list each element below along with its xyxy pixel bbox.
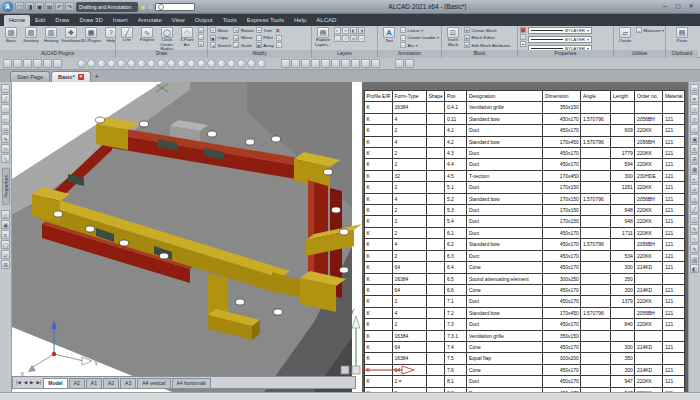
- properties-dropdown[interactable]: BYLAYER▾: [528, 36, 592, 43]
- layer-tool-icon[interactable]: ☀: [342, 27, 349, 34]
- toolbar-icon[interactable]: ◇: [1, 144, 10, 153]
- table-row[interactable]: K46.2Standard bow450x1701.5707962056BH12…: [365, 239, 685, 250]
- toolbar-icon[interactable]: ◯: [1, 240, 10, 249]
- toolbar-icon[interactable]: ≡: [690, 144, 699, 153]
- toolbar-icon[interactable]: [177, 59, 186, 68]
- toolbar-icon[interactable]: [341, 59, 350, 68]
- toolbar-icon[interactable]: ▣: [690, 134, 699, 143]
- modify-stretch-button[interactable]: ⇲Stretch: [210, 42, 231, 49]
- toolbar-icon[interactable]: ⊞: [690, 154, 699, 163]
- toolbar-icon[interactable]: [167, 59, 176, 68]
- toolbar-icon[interactable]: ─: [1, 84, 10, 93]
- toolbar-icon[interactable]: [361, 59, 370, 68]
- modify-rotate-button[interactable]: ↻Rotate: [233, 27, 253, 34]
- redo-icon[interactable]: ↷: [65, 2, 74, 11]
- search-input[interactable]: [155, 3, 195, 11]
- draw-shape-icon[interactable]: ◇: [198, 34, 204, 40]
- layout-tab-a2[interactable]: A2: [69, 378, 85, 388]
- toolbar-icon[interactable]: ◇: [690, 114, 699, 123]
- toolbar-icon[interactable]: [207, 59, 216, 68]
- open-file-icon[interactable]: ◨: [25, 2, 34, 11]
- doc-tab-start-page[interactable]: Start Page: [10, 71, 50, 82]
- plugin-button-heating[interactable]: ▥Heating: [42, 27, 60, 43]
- table-row[interactable]: K25.1Duct170x1501261220KK121: [365, 182, 685, 193]
- layout-tab-a4-vertical[interactable]: A4 vertical: [137, 378, 170, 388]
- toolbar-icon[interactable]: [217, 59, 226, 68]
- toolbar-icon[interactable]: ✎: [690, 234, 699, 243]
- workspace-dropdown[interactable]: Drafting and Annotation▾: [76, 2, 138, 12]
- draw-button-3-point-arc[interactable]: ◠3-Point Arc: [178, 27, 196, 47]
- table-row[interactable]: K163846.5Sound attenuating element300x25…: [365, 273, 685, 284]
- modify-trim-button[interactable]: ✂Trim: [256, 27, 274, 34]
- modify-mirror-button[interactable]: ⇄Mirror: [233, 35, 253, 42]
- draw-button-line[interactable]: ╱Line: [118, 27, 136, 43]
- table-row[interactable]: K26.1Duct450x1701711220KK121: [365, 227, 685, 238]
- table-row[interactable]: K2×8.1Duct450x170947220KK121: [365, 376, 685, 387]
- toolbar-icon[interactable]: ▣: [1, 220, 10, 229]
- annotation-arc-button[interactable]: ⌐Arc▾: [400, 42, 439, 49]
- layout-tab-a1[interactable]: A1: [86, 378, 102, 388]
- table-row[interactable]: K163840.4.1Ventilation grille350x150: [365, 102, 685, 113]
- modify-fillet-button[interactable]: ◠Fillet: [256, 35, 274, 42]
- ribbon-tab-insert[interactable]: Insert: [108, 15, 133, 26]
- toolbar-icon[interactable]: [301, 59, 310, 68]
- toolbar-icon[interactable]: ▤: [690, 254, 699, 263]
- table-row[interactable]: K24.4Duct450x170594220KK121: [365, 159, 685, 170]
- ribbon-tab-draw[interactable]: Draw: [50, 15, 74, 26]
- toolbar-icon[interactable]: △: [690, 194, 699, 203]
- ribbon-tab-home[interactable]: Home: [4, 15, 30, 26]
- table-row[interactable]: K647.6Cone450x170300214KD121: [365, 364, 685, 375]
- linetype-icon[interactable]: ≡: [520, 34, 526, 40]
- plugin-button-help[interactable]: ?Help: [102, 27, 115, 43]
- properties-dropdown[interactable]: BYLAYER▾: [528, 27, 592, 34]
- toolbar-icon[interactable]: [53, 59, 62, 68]
- save-icon[interactable]: ▣: [35, 2, 44, 11]
- plugin-button-sanitary[interactable]: ▧Sanitary: [22, 27, 40, 43]
- panel-label[interactable]: Utilities: [614, 50, 665, 58]
- layout-tab-a4-horizontal[interactable]: A4 horizontal: [172, 378, 211, 388]
- table-row[interactable]: K24.3Duct450x1701779220KK121: [365, 148, 685, 159]
- table-row[interactable]: K646.4Cone450x170300214KD121: [365, 262, 685, 273]
- app-logo-icon[interactable]: A: [2, 1, 13, 12]
- toolbar-icon[interactable]: ▱: [690, 184, 699, 193]
- toolbar-icon[interactable]: [405, 59, 414, 68]
- block-create-block-button[interactable]: ⊞Create Block: [464, 27, 511, 34]
- color-picker-icon[interactable]: ●: [520, 27, 526, 33]
- toolbar-icon[interactable]: [395, 59, 404, 68]
- toolbar-icon[interactable]: ╱: [690, 204, 699, 213]
- toolbar-icon[interactable]: [321, 59, 330, 68]
- plugin-button-ventilation[interactable]: ❖Ventilation: [62, 27, 80, 43]
- panel-label[interactable]: Block: [442, 50, 517, 58]
- layout-nav-button[interactable]: |◀: [15, 377, 22, 388]
- toolbar-icon[interactable]: [107, 59, 116, 68]
- toolbar-icon[interactable]: [227, 59, 236, 68]
- draw-button-polyline[interactable]: ∿Polyline: [138, 27, 156, 43]
- toolbar-icon[interactable]: [137, 59, 146, 68]
- modify-move-button[interactable]: ┼Move: [210, 27, 231, 34]
- modify-array-button[interactable]: ▦Array: [256, 42, 274, 49]
- draw-shape-icon[interactable]: ⊙: [198, 41, 204, 47]
- toolbar-icon[interactable]: ▭: [690, 84, 699, 93]
- toolbar-icon[interactable]: [237, 59, 246, 68]
- toolbar-icon[interactable]: [157, 59, 166, 68]
- toolbar-icon[interactable]: ⌐: [1, 114, 10, 123]
- toolbar-icon[interactable]: [87, 59, 96, 68]
- utilities-measure-button[interactable]: ↔Measure▾: [636, 27, 664, 34]
- ribbon-tab-annotate[interactable]: Annotate: [133, 15, 167, 26]
- close-tab-icon[interactable]: ✕: [78, 74, 84, 80]
- panel-label[interactable]: Draw: [116, 50, 207, 58]
- table-row[interactable]: K163847.3.1Ventilation grille350x150: [365, 330, 685, 341]
- plugin-button-basic[interactable]: ▨Basic: [2, 27, 20, 43]
- modify-copy-button[interactable]: ▣Copy: [210, 35, 231, 42]
- block-edit-block-attributes-button[interactable]: ⊞Edit Block Attributes: [464, 42, 511, 49]
- toolbar-icon[interactable]: [33, 59, 42, 68]
- layer-tool-icon[interactable]: ◍: [350, 35, 357, 42]
- toolbar-icon[interactable]: ▭: [1, 124, 10, 133]
- toolbar-icon[interactable]: ⊞: [1, 260, 10, 269]
- layer-tool-icon[interactable]: ×: [358, 35, 365, 42]
- create-button[interactable]: ▱ Create: [616, 27, 634, 43]
- toolbar-icon[interactable]: ○: [1, 104, 10, 113]
- layer-tool-icon[interactable]: ◨: [358, 27, 365, 34]
- toolbar-icon[interactable]: [43, 59, 52, 68]
- toolbar-icon[interactable]: □: [690, 104, 699, 113]
